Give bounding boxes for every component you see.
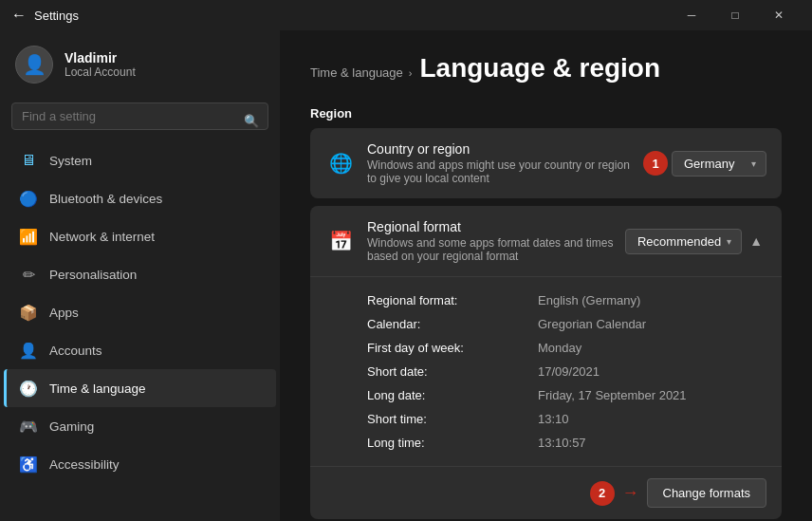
regional-format-row: 📅 Regional format Windows and some apps … xyxy=(310,206,782,276)
sidebar-item-network[interactable]: 📶 Network & internet xyxy=(4,217,276,255)
username: Vladimir xyxy=(65,50,136,65)
detail-label-first-day: First day of week: xyxy=(367,341,538,355)
user-info: Vladimir Local Account xyxy=(65,50,136,79)
main-content: Time & language › Language & region Regi… xyxy=(280,30,812,521)
country-region-title: Country or region xyxy=(367,141,632,157)
app-body: 👤 Vladimir Local Account 🔍 🖥 System 🔵 Bl… xyxy=(0,30,812,521)
regional-format-control: Recommended ▾ ▲ xyxy=(625,229,766,254)
detail-label-short-date: Short date: xyxy=(367,364,538,379)
sidebar-item-time-language[interactable]: 🕐 Time & language xyxy=(4,369,276,407)
maximize-button[interactable]: □ xyxy=(713,0,757,30)
detail-value-first-day: Monday xyxy=(538,341,581,355)
titlebar: ← Settings ─ □ ✕ xyxy=(0,0,812,30)
detail-value-long-time: 13:10:57 xyxy=(538,436,586,450)
sidebar-item-label: Network & internet xyxy=(49,230,155,244)
regional-format-details: Regional format: English (Germany) Calen… xyxy=(310,276,782,466)
regional-format-footer: 2 → Change formats xyxy=(310,466,782,519)
country-region-control: 1 Germany ▾ xyxy=(643,151,766,177)
detail-label-regional-format: Regional format: xyxy=(367,293,538,307)
section-region-label: Region xyxy=(310,106,782,121)
globe-icon: 🌐 xyxy=(325,148,356,178)
time-icon: 🕐 xyxy=(19,379,38,398)
close-button[interactable]: ✕ xyxy=(757,0,801,30)
sidebar-item-label: Bluetooth & devices xyxy=(49,192,162,206)
chevron-down-icon: ▾ xyxy=(751,158,756,169)
detail-label-long-time: Long time: xyxy=(367,436,538,450)
sidebar: 👤 Vladimir Local Account 🔍 🖥 System 🔵 Bl… xyxy=(0,30,280,521)
search-input[interactable] xyxy=(11,102,268,130)
detail-value-short-date: 17/09/2021 xyxy=(538,364,600,379)
detail-long-date: Long date: Friday, 17 September 2021 xyxy=(367,383,766,407)
sidebar-item-label: Accounts xyxy=(49,344,102,358)
country-region-value: Germany xyxy=(684,157,734,171)
minimize-button[interactable]: ─ xyxy=(670,0,713,30)
detail-value-regional-format: English (Germany) xyxy=(538,293,640,307)
detail-calendar: Calendar: Gregorian Calendar xyxy=(367,312,766,336)
regional-format-title: Regional format xyxy=(367,219,614,234)
detail-short-time: Short time: 13:10 xyxy=(367,407,766,431)
country-region-card: 🌐 Country or region Windows and apps mig… xyxy=(310,128,782,198)
country-region-row: 🌐 Country or region Windows and apps mig… xyxy=(310,128,782,198)
titlebar-controls: ─ □ ✕ xyxy=(670,0,801,30)
user-profile: 👤 Vladimir Local Account xyxy=(0,30,280,99)
right-arrow-icon: → xyxy=(622,483,639,503)
regional-format-text: Regional format Windows and some apps fo… xyxy=(367,219,614,263)
apps-icon: 📦 xyxy=(19,303,38,322)
breadcrumb-chevron: › xyxy=(409,67,413,79)
avatar: 👤 xyxy=(15,46,53,84)
breadcrumb: Time & language › xyxy=(310,65,412,80)
detail-regional-format: Regional format: English (Germany) xyxy=(367,288,766,312)
bluetooth-icon: 🔵 xyxy=(19,189,38,208)
app-title: Settings xyxy=(34,9,79,23)
wifi-icon: 📶 xyxy=(19,227,38,246)
detail-first-day: First day of week: Monday xyxy=(367,336,766,360)
titlebar-left: ← Settings xyxy=(11,7,79,24)
sidebar-item-label: Apps xyxy=(49,306,79,320)
detail-short-date: Short date: 17/09/2021 xyxy=(367,360,766,383)
back-icon[interactable]: ← xyxy=(11,7,27,24)
country-region-desc: Windows and apps might use your country … xyxy=(367,158,632,185)
page-title: Language & region xyxy=(419,53,660,84)
change-formats-button[interactable]: Change formats xyxy=(647,478,767,508)
pencil-icon: ✏ xyxy=(19,265,38,284)
sidebar-item-personalisation[interactable]: ✏ Personalisation xyxy=(4,255,276,293)
detail-value-short-time: 13:10 xyxy=(538,412,569,426)
sidebar-item-label: Time & language xyxy=(49,381,146,396)
search-container: 🔍 xyxy=(0,99,280,141)
account-type: Local Account xyxy=(65,65,136,79)
gaming-icon: 🎮 xyxy=(19,417,38,436)
collapse-button[interactable]: ▲ xyxy=(746,230,766,252)
badge-2: 2 xyxy=(590,481,615,506)
sidebar-item-accounts[interactable]: 👤 Accounts xyxy=(4,331,276,369)
sidebar-item-system[interactable]: 🖥 System xyxy=(4,141,276,179)
badge-1: 1 xyxy=(643,151,668,176)
detail-value-long-date: Friday, 17 September 2021 xyxy=(538,388,687,402)
sidebar-item-apps[interactable]: 📦 Apps xyxy=(4,293,276,331)
detail-label-short-time: Short time: xyxy=(367,412,538,426)
sidebar-item-label: System xyxy=(49,154,92,168)
change-formats-label: Change formats xyxy=(663,486,751,500)
detail-value-calendar: Gregorian Calendar xyxy=(538,317,646,331)
country-region-dropdown[interactable]: Germany ▾ xyxy=(672,151,766,177)
detail-label-calendar: Calendar: xyxy=(367,317,538,331)
accounts-icon: 👤 xyxy=(19,341,38,360)
search-icon: 🔍 xyxy=(244,113,259,127)
regional-format-icon: 📅 xyxy=(325,226,356,256)
regional-format-card: 📅 Regional format Windows and some apps … xyxy=(310,206,782,519)
breadcrumb-parent[interactable]: Time & language xyxy=(310,65,403,80)
sidebar-item-label: Personalisation xyxy=(49,268,137,282)
system-icon: 🖥 xyxy=(19,151,38,170)
regional-format-value: Recommended xyxy=(637,234,721,249)
accessibility-icon: ♿ xyxy=(19,455,38,474)
chevron-down-icon: ▾ xyxy=(727,236,731,247)
sidebar-item-bluetooth[interactable]: 🔵 Bluetooth & devices xyxy=(4,179,276,217)
detail-label-long-date: Long date: xyxy=(367,388,538,402)
sidebar-item-accessibility[interactable]: ♿ Accessibility xyxy=(4,445,276,483)
detail-long-time: Long time: 13:10:57 xyxy=(367,431,766,455)
sidebar-item-label: Accessibility xyxy=(49,457,120,472)
regional-format-desc: Windows and some apps format dates and t… xyxy=(367,236,614,263)
country-region-text: Country or region Windows and apps might… xyxy=(367,141,632,185)
sidebar-item-gaming[interactable]: 🎮 Gaming xyxy=(4,407,276,445)
sidebar-item-label: Gaming xyxy=(49,419,94,434)
regional-format-dropdown[interactable]: Recommended ▾ xyxy=(625,229,742,254)
